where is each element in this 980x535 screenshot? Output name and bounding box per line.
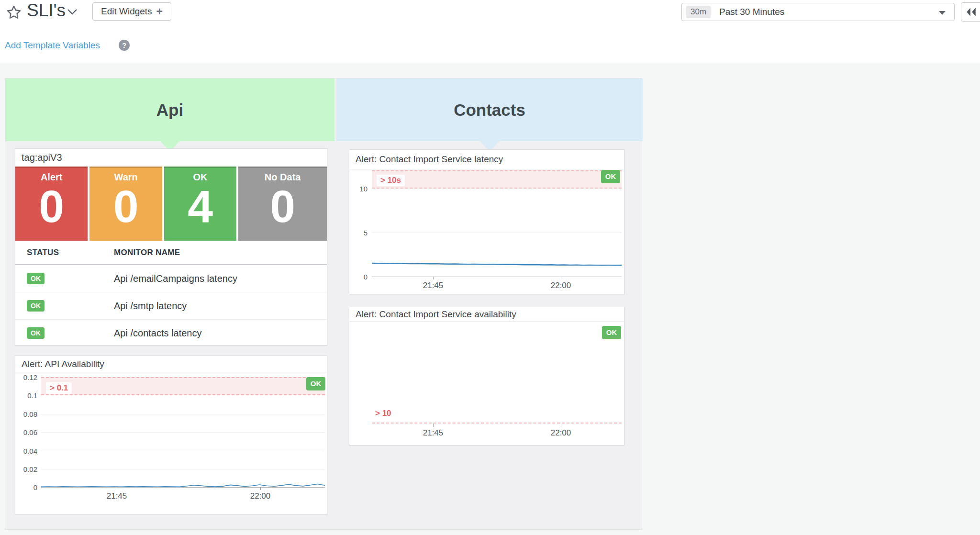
monitor-name: Api /emailCampaigns latency [114, 273, 237, 284]
y-axis-label: 0.1 [15, 391, 37, 400]
status-badge: OK [27, 273, 45, 284]
warn-count-tile[interactable]: Warn 0 [89, 167, 162, 241]
status-badge: OK [27, 327, 45, 339]
ok-tile-count: 4 [164, 183, 236, 231]
monitor-summary-title: tag:apiV3 [15, 149, 327, 166]
x-axis-line [372, 277, 622, 277]
group-contacts-label: Contacts [454, 100, 525, 120]
chart-title: Alert: Contact Import Service availabili… [349, 307, 624, 322]
favorite-star-icon[interactable] [6, 4, 22, 21]
monitor-name-column-header: MONITOR NAME [114, 241, 180, 264]
y-axis-label: 0.08 [15, 410, 37, 418]
x-axis-label: 21:45 [101, 491, 132, 501]
help-icon[interactable]: ? [119, 40, 130, 51]
status-badge: OK [27, 300, 45, 312]
x-tick [117, 487, 117, 490]
page-title: SLI's [27, 0, 66, 21]
time-range-picker[interactable]: 30m Past 30 Minutes [681, 3, 955, 21]
x-axis-label: 22:00 [546, 281, 576, 290]
edit-widgets-button[interactable]: Edit Widgets + [92, 2, 171, 21]
latency-line-plot [372, 189, 622, 277]
api-availability-chart-widget[interactable]: Alert: API Availability 0.12 0.1 0.08 0.… [15, 356, 327, 514]
y-axis-label: 0.12 [15, 373, 37, 381]
warn-tile-count: 0 [89, 183, 162, 231]
ok-count-tile[interactable]: OK 4 [164, 167, 236, 241]
table-row[interactable]: OK Api /emailCampaigns latency [15, 265, 327, 292]
y-axis-label: 0.06 [15, 428, 37, 436]
y-axis-label: 10 [349, 185, 368, 193]
nodata-count-tile[interactable]: No Data 0 [238, 167, 327, 241]
plus-icon: + [156, 6, 163, 17]
alert-tile-count: 0 [15, 183, 88, 231]
group-header-contacts[interactable]: Contacts [336, 78, 643, 141]
x-tick [260, 487, 261, 490]
contact-availability-chart-widget[interactable]: Alert: Contact Import Service availabili… [349, 307, 624, 446]
monitor-table-rows: OK Api /emailCampaigns latency OK Api /s… [15, 265, 327, 346]
alert-threshold-band [372, 170, 622, 189]
dashboard-page: SLI's Edit Widgets + 30m Past 30 Minutes… [0, 0, 980, 535]
caret-down-icon [939, 11, 946, 15]
threshold-label: > 10 [375, 409, 391, 418]
threshold-label: > 10s [377, 175, 405, 186]
x-axis-label: 22:00 [546, 428, 576, 438]
y-axis-label: 0.04 [15, 447, 37, 455]
add-template-variables-link[interactable]: Add Template Variables [5, 40, 100, 51]
time-range-badge: 30m [686, 6, 711, 18]
alert-count-tile[interactable]: Alert 0 [15, 167, 88, 241]
x-axis-label: 21:45 [418, 428, 448, 438]
x-tick [433, 424, 434, 427]
x-tick [561, 277, 561, 279]
contact-latency-chart-widget[interactable]: Alert: Contact Import Service latency 10… [349, 149, 624, 294]
table-row[interactable]: OK Api /smtp latency [15, 292, 327, 320]
chart-title: Alert: API Availability [15, 356, 327, 372]
monitor-summary-widget: tag:apiV3 Alert 0 Warn 0 OK 4 No Data 0 … [15, 148, 327, 346]
availability-line-plot [41, 377, 325, 487]
time-range-label: Past 30 Minutes [719, 3, 784, 21]
chart-title: Alert: Contact Import Service latency [349, 150, 624, 169]
monitor-name: Api /contacts latency [114, 328, 201, 339]
y-axis-label: 0.02 [15, 465, 37, 473]
nodata-tile-count: 0 [238, 183, 327, 231]
x-tick [561, 424, 561, 427]
x-axis-label: 21:45 [418, 281, 448, 290]
fast-backward-icon [965, 6, 977, 18]
monitor-name: Api /smtp latency [114, 301, 187, 312]
edit-widgets-label: Edit Widgets [101, 6, 152, 17]
y-axis-label: 0 [349, 273, 368, 281]
status-badge: OK [601, 170, 620, 183]
x-axis-line [41, 487, 325, 488]
y-axis-label: 5 [349, 229, 368, 237]
monitor-status-tiles: Alert 0 Warn 0 OK 4 No Data 0 [15, 167, 327, 241]
y-axis-label: 0 [15, 483, 37, 491]
alert-threshold-line [372, 423, 622, 424]
status-badge: OK [602, 326, 621, 339]
x-tick [433, 277, 434, 279]
group-header-api[interactable]: Api [5, 78, 334, 141]
collapse-panel-button[interactable] [961, 2, 980, 22]
group-api-label: Api [156, 100, 183, 120]
monitor-table-header: STATUS MONITOR NAME [15, 241, 327, 265]
x-axis-label: 22:00 [245, 491, 276, 501]
status-column-header: STATUS [27, 241, 59, 264]
table-row[interactable]: OK Api /contacts latency [15, 320, 327, 346]
dashboard-title-chevron-down-icon[interactable] [67, 9, 78, 15]
